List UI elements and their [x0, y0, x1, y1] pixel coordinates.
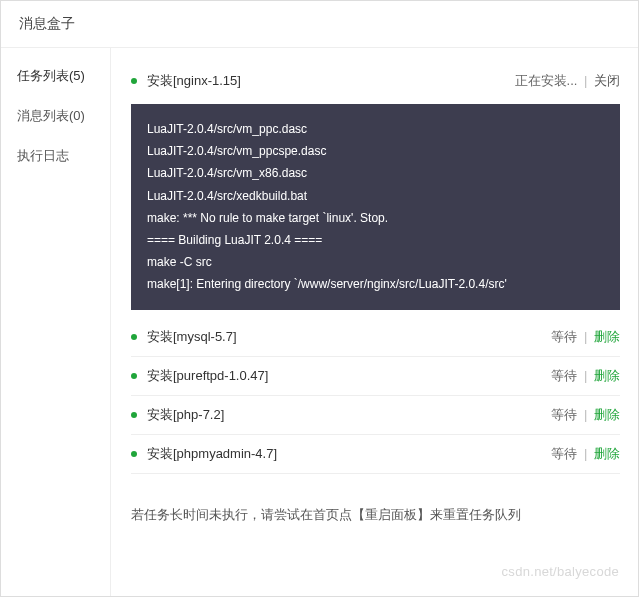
status-dot-icon [131, 334, 137, 340]
status-dot-icon [131, 412, 137, 418]
separator: | [580, 368, 591, 383]
delete-button[interactable]: 删除 [594, 329, 620, 344]
task-label: 安装[nginx-1.15] [147, 72, 515, 90]
task-row: 安装[phpmyadmin-4.7]等待 | 删除 [131, 435, 620, 474]
task-actions: 等待 | 删除 [551, 406, 620, 424]
console-line: ==== Building LuaJIT 2.0.4 ==== [147, 229, 604, 251]
delete-button[interactable]: 删除 [594, 446, 620, 461]
task-row: 安装[mysql-5.7]等待 | 删除 [131, 318, 620, 357]
task-actions: 等待 | 删除 [551, 367, 620, 385]
task-row: 安装[nginx-1.15]正在安装... | 关闭 [131, 62, 620, 100]
task-status-text: 等待 [551, 407, 577, 422]
sidebar-item-0[interactable]: 任务列表(5) [1, 56, 110, 96]
task-label: 安装[mysql-5.7] [147, 328, 551, 346]
sidebar-item-1[interactable]: 消息列表(0) [1, 96, 110, 136]
delete-button[interactable]: 删除 [594, 407, 620, 422]
separator: | [580, 407, 591, 422]
sidebar: 任务列表(5)消息列表(0)执行日志 [1, 48, 111, 596]
console-line: make -C src [147, 251, 604, 273]
close-button[interactable]: 关闭 [594, 73, 620, 88]
separator: | [580, 329, 591, 344]
task-actions: 等待 | 删除 [551, 328, 620, 346]
console-line: make[1]: Entering directory `/www/server… [147, 273, 604, 295]
task-actions: 等待 | 删除 [551, 445, 620, 463]
dialog-title: 消息盒子 [1, 1, 638, 48]
console-line: LuaJIT-2.0.4/src/vm_ppc.dasc [147, 118, 604, 140]
separator: | [580, 73, 591, 88]
task-row: 安装[pureftpd-1.0.47]等待 | 删除 [131, 357, 620, 396]
console-line: LuaJIT-2.0.4/src/xedkbuild.bat [147, 185, 604, 207]
status-dot-icon [131, 451, 137, 457]
task-status-text: 等待 [551, 368, 577, 383]
console-output: LuaJIT-2.0.4/src/vm_ppc.dascLuaJIT-2.0.4… [131, 104, 620, 310]
separator: | [580, 446, 591, 461]
console-line: LuaJIT-2.0.4/src/vm_x86.dasc [147, 162, 604, 184]
task-row: 安装[php-7.2]等待 | 删除 [131, 396, 620, 435]
task-status-text: 等待 [551, 329, 577, 344]
task-label: 安装[pureftpd-1.0.47] [147, 367, 551, 385]
footer-note: 若任务长时间未执行，请尝试在首页点【重启面板】来重置任务队列 [131, 506, 620, 524]
sidebar-item-2[interactable]: 执行日志 [1, 136, 110, 176]
delete-button[interactable]: 删除 [594, 368, 620, 383]
status-dot-icon [131, 78, 137, 84]
task-label: 安装[phpmyadmin-4.7] [147, 445, 551, 463]
console-line: LuaJIT-2.0.4/src/vm_ppcspe.dasc [147, 140, 604, 162]
task-actions: 正在安装... | 关闭 [515, 72, 620, 90]
status-dot-icon [131, 373, 137, 379]
task-status-text: 等待 [551, 446, 577, 461]
main-panel: 安装[nginx-1.15]正在安装... | 关闭LuaJIT-2.0.4/s… [111, 48, 638, 596]
task-label: 安装[php-7.2] [147, 406, 551, 424]
console-line: make: *** No rule to make target `linux'… [147, 207, 604, 229]
task-status-text: 正在安装... [515, 73, 578, 88]
